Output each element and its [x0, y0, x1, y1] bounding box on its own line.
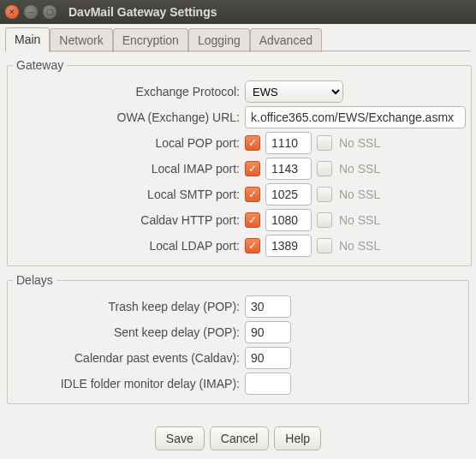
caldav-nossl-checkbox[interactable]: [317, 212, 332, 228]
save-button[interactable]: Save: [155, 426, 205, 450]
help-button[interactable]: Help: [274, 426, 321, 450]
imap-port-label: Local IMAP port:: [13, 162, 240, 176]
exchange-protocol-label: Exchange Protocol:: [13, 85, 240, 98]
gateway-legend: Gateway: [13, 58, 67, 72]
cancel-button[interactable]: Cancel: [210, 426, 270, 450]
smtp-enable-checkbox[interactable]: ✓: [245, 187, 260, 202]
sent-delay-label: Sent keep delay (POP):: [13, 325, 240, 339]
calpast-delay-input[interactable]: [245, 347, 291, 369]
client-area: Main Network Encryption Logging Advanced…: [0, 24, 476, 459]
smtp-nossl-label: No SSL: [339, 188, 380, 201]
owa-url-label: OWA (Exchange) URL:: [13, 110, 240, 124]
delays-legend: Delays: [13, 273, 57, 287]
owa-url-input[interactable]: [245, 106, 466, 128]
tabs: Main Network Encryption Logging Advanced: [0, 24, 476, 51]
calpast-delay-label: Calendar past events (Caldav):: [13, 351, 240, 365]
caldav-nossl-label: No SSL: [339, 213, 380, 227]
tab-logging[interactable]: Logging: [188, 28, 250, 52]
window-minimize-icon[interactable]: –: [24, 5, 38, 19]
imap-nossl-label: No SSL: [339, 162, 380, 176]
idle-delay-input[interactable]: [245, 373, 291, 395]
exchange-protocol-select[interactable]: EWS: [245, 80, 343, 103]
ldap-nossl-checkbox[interactable]: [317, 238, 332, 253]
sent-delay-input[interactable]: [245, 321, 291, 343]
smtp-port-label: Local SMTP port:: [13, 188, 240, 201]
smtp-nossl-checkbox[interactable]: [317, 187, 332, 202]
ldap-port-label: Local LDAP port:: [13, 239, 240, 253]
window-title: DavMail Gateway Settings: [68, 5, 217, 19]
pop-nossl-checkbox[interactable]: [317, 135, 332, 151]
gateway-group: Gateway Exchange Protocol: EWS OWA (Exch…: [7, 58, 472, 266]
delays-group: Delays Trash keep delay (POP): Sent keep…: [7, 273, 469, 404]
tab-encryption[interactable]: Encryption: [113, 28, 188, 52]
pop-port-input[interactable]: [265, 132, 312, 154]
caldav-port-input[interactable]: [265, 209, 312, 231]
imap-port-input[interactable]: [265, 158, 312, 180]
pop-port-label: Local POP port:: [13, 136, 240, 150]
tab-network[interactable]: Network: [50, 28, 112, 52]
titlebar: ✕ – ▢ DavMail Gateway Settings: [0, 0, 476, 24]
ldap-nossl-label: No SSL: [339, 239, 380, 253]
window-close-icon[interactable]: ✕: [5, 5, 19, 19]
trash-delay-label: Trash keep delay (POP):: [13, 300, 240, 313]
tab-main[interactable]: Main: [5, 27, 50, 52]
pop-nossl-label: No SSL: [339, 136, 380, 150]
tab-advanced[interactable]: Advanced: [250, 28, 322, 52]
idle-delay-label: IDLE folder monitor delay (IMAP):: [13, 377, 240, 390]
caldav-port-label: Caldav HTTP port:: [13, 213, 240, 227]
button-bar: Save Cancel Help: [0, 420, 476, 459]
imap-enable-checkbox[interactable]: ✓: [245, 161, 260, 176]
caldav-enable-checkbox[interactable]: ✓: [245, 212, 260, 228]
imap-nossl-checkbox[interactable]: [317, 161, 332, 176]
ldap-port-input[interactable]: [265, 235, 312, 257]
content: Gateway Exchange Protocol: EWS OWA (Exch…: [0, 51, 476, 420]
ldap-enable-checkbox[interactable]: ✓: [245, 238, 260, 253]
smtp-port-input[interactable]: [265, 183, 312, 206]
trash-delay-input[interactable]: [245, 295, 291, 318]
pop-enable-checkbox[interactable]: ✓: [245, 135, 260, 151]
window-maximize-icon[interactable]: ▢: [43, 5, 57, 19]
